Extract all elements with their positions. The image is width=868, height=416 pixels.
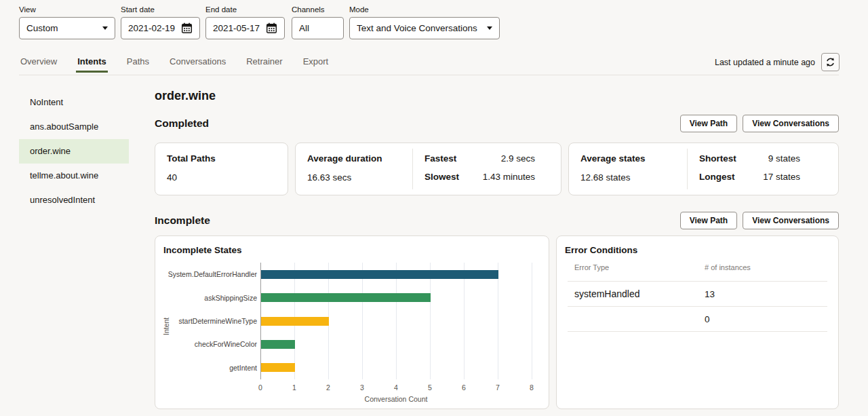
end-date-value: 2021-05-17 [213,23,260,33]
sidebar-item-unresolvedintent[interactable]: unresolvedIntent [19,188,129,212]
fastest-label: Fastest [425,153,456,164]
view-label: View [19,5,115,14]
shortest-label: Shortest [699,153,736,164]
chart-category-label: askShippingSize [176,286,257,309]
tab-overview[interactable]: Overview [19,54,58,73]
avg-states-value: 12.68 states [580,172,646,183]
bar-askShippingSize[interactable] [261,293,431,302]
tabbar-divider [19,75,839,75]
chart-gridline [464,263,465,379]
error-conditions-title: Error Conditions [565,245,637,255]
view-path-button[interactable]: View Path [680,212,737,229]
mode-label: Mode [349,5,500,14]
error-condition-row: 0 [568,307,827,332]
duration-card: Average duration 16.63 secs Fastest 2.9 … [295,143,561,195]
chart-category-label: System.DefaultErrorHandler [176,263,257,286]
instances-column-header: # of instances [705,263,751,271]
chart-gridline [498,263,498,379]
bar-getIntent[interactable] [261,363,295,372]
end-date-label: End date [205,5,285,14]
channels-input[interactable]: All [292,17,344,39]
chart-x-tick: 5 [422,383,438,392]
slowest-value: 1.43 minutes [483,172,535,182]
longest-label: Longest [699,172,735,182]
bar-startDetermineWineType[interactable] [261,317,329,326]
card-divider [687,149,688,189]
chart-x-tick: 0 [252,383,269,392]
tab-conversations[interactable]: Conversations [168,54,227,73]
total-paths-label: Total Paths [167,153,216,164]
chart-x-tick: 4 [388,383,404,392]
chart-x-tick: 1 [286,383,302,392]
mode-select[interactable]: Text and Voice Conversations [349,17,500,39]
start-date-label: Start date [121,5,200,14]
channels-value: All [299,23,336,33]
view-filter: View Custom [19,5,115,39]
instances-cell: 13 [705,289,715,299]
card-divider [412,149,413,189]
chart-category-label: startDetermineWineType [176,309,257,333]
chart-x-tick: 7 [490,383,506,392]
avg-states-label: Average states [580,153,646,164]
calendar-icon[interactable] [181,22,193,34]
chart-y-axis-label: Intent [162,318,170,335]
tab-paths[interactable]: Paths [125,54,151,73]
total-paths-card: Total Paths 40 [155,143,288,195]
refresh-icon [825,57,835,67]
start-date-value: 2021-02-19 [128,23,176,33]
chevron-down-icon [487,26,492,30]
completed-heading: Completed [155,117,209,130]
intent-list: NoIntentans.aboutSampleorder.winetellme.… [19,90,129,212]
chart-x-tick: 3 [354,383,370,392]
chart-x-tick: 2 [320,383,336,392]
instances-cell: 0 [705,314,710,324]
completed-actions: View Path View Conversations [680,115,839,132]
tab-intents[interactable]: Intents [76,54,108,73]
chart-x-tick: 8 [524,383,540,392]
error-conditions-card: Error Conditions Error Type # of instanc… [556,235,839,409]
chart-gridline [430,263,431,379]
bar-System.DefaultErrorHandler[interactable] [261,270,498,279]
start-date-input[interactable]: 2021-02-19 [121,17,200,39]
slowest-label: Slowest [425,172,459,182]
chart-category-label: getIntent [176,356,257,379]
chart-title: Incomplete States [163,245,242,255]
bar-checkForWineColor[interactable] [261,340,295,349]
shortest-value: 9 states [768,153,800,164]
calendar-icon[interactable] [266,22,277,34]
chart-gridline [532,263,532,379]
error-type-column-header: Error Type [568,263,705,271]
error-conditions-header: Error Type # of instances [568,261,827,282]
chevron-down-icon [102,26,108,30]
incomplete-heading: Incomplete [155,214,210,227]
channels-filter: Channels All [292,5,344,39]
end-date-input[interactable]: 2021-05-17 [205,17,285,39]
last-updated-text: Last updated a minute ago [715,58,815,67]
view-path-button[interactable]: View Path [680,115,737,132]
refresh-button[interactable] [821,53,840,71]
chart-x-tick: 6 [456,383,472,392]
chart-gridline [362,263,363,379]
sidebar-item-ans.aboutsample[interactable]: ans.aboutSample [19,115,129,139]
sidebar-item-order.wine[interactable]: order.wine [19,139,129,164]
error-type-cell: systemHandled [568,288,705,299]
tab-bar: OverviewIntentsPathsConversationsRetrain… [19,54,330,73]
sidebar-item-tellme.about.wine[interactable]: tellme.about.wine [19,164,129,188]
states-card: Average states 12.68 states Shortest 9 s… [568,143,839,195]
view-conversations-button[interactable]: View Conversations [743,212,839,229]
longest-value: 17 states [763,172,800,182]
avg-duration-label: Average duration [307,153,382,164]
view-value: Custom [26,23,97,33]
sidebar-item-nointent[interactable]: NoIntent [19,90,129,115]
page-title: order.wine [155,89,216,103]
tab-retrainer[interactable]: Retrainer [245,54,283,73]
channels-label: Channels [292,5,344,14]
view-conversations-button[interactable]: View Conversations [743,115,839,132]
tab-export[interactable]: Export [302,54,330,73]
mode-value: Text and Voice Conversations [357,23,481,33]
avg-duration-value: 16.63 secs [307,172,382,183]
incomplete-actions: View Path View Conversations [680,212,839,229]
total-paths-value: 40 [167,172,216,183]
view-select[interactable]: Custom [19,17,115,39]
last-updated-area: Last updated a minute ago [715,53,840,71]
